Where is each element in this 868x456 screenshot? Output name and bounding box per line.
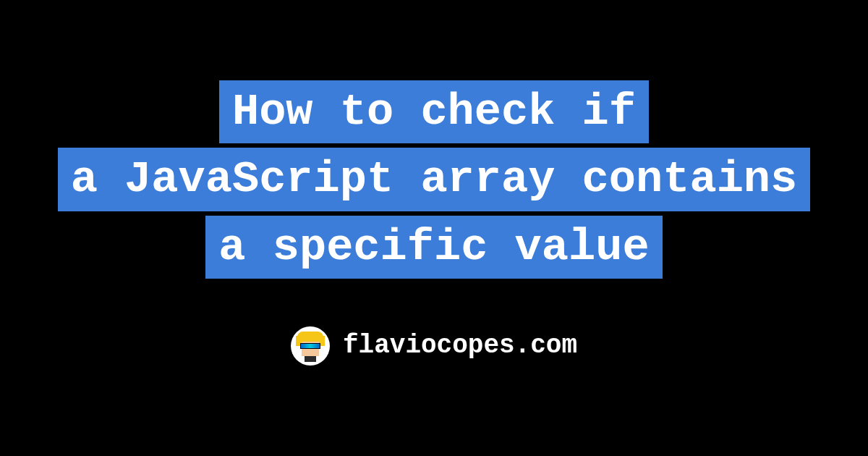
page-title: How to check if a JavaScript array conta…: [58, 76, 811, 283]
title-line-wrapper: How to check if: [58, 80, 811, 143]
avatar-icon: [294, 330, 326, 362]
avatar: [291, 326, 330, 366]
title-line-wrapper: a specific value: [58, 216, 811, 279]
title-line-2: a JavaScript array contains: [58, 148, 811, 211]
title-line-1: How to check if: [219, 80, 649, 143]
title-line-3: a specific value: [205, 216, 662, 279]
footer: flaviocopes.com: [291, 326, 577, 366]
site-name: flaviocopes.com: [343, 331, 577, 360]
title-line-wrapper: a JavaScript array contains: [58, 148, 811, 211]
